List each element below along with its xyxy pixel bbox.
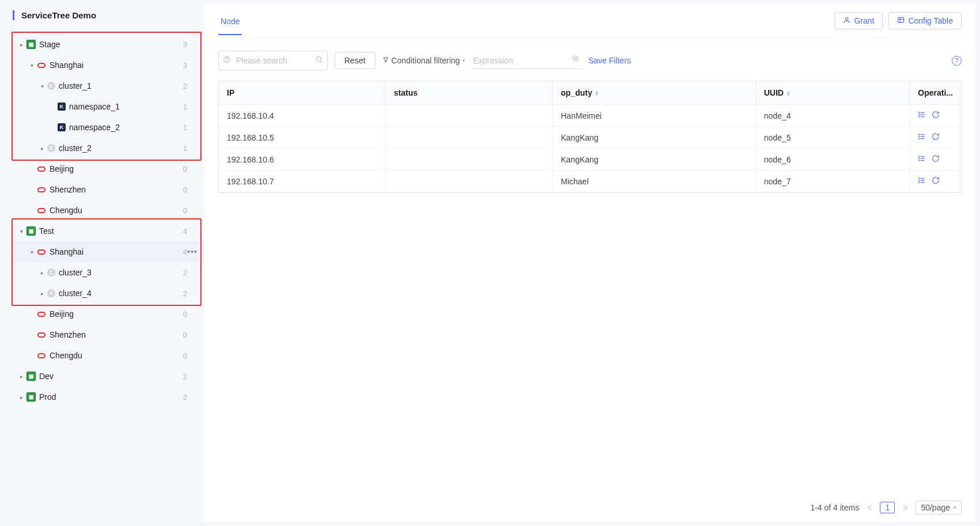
tree-node-shenzhen[interactable]: Shenzhen0 bbox=[13, 179, 204, 200]
tree-node-shanghai[interactable]: ▾Shanghai3 bbox=[13, 55, 204, 75]
cluster-icon: C bbox=[47, 144, 55, 152]
tree-node-stage[interactable]: ▸▦Stage3 bbox=[13, 34, 204, 55]
pager-page-1[interactable]: 1 bbox=[880, 502, 895, 513]
tree-node-namespace_1[interactable]: Knamespace_11 bbox=[13, 96, 204, 117]
tree-node-label: Chengdu bbox=[50, 206, 176, 215]
cell-ip: 192.168.10.6 bbox=[219, 149, 386, 171]
tree-node-label: Shenzhen bbox=[50, 330, 176, 339]
tree-node-count: 3 bbox=[176, 40, 187, 49]
tree-node-label: Shanghai bbox=[50, 60, 176, 70]
tree-node-label: Shanghai bbox=[50, 247, 176, 256]
table-row: 192.168.10.6KangKangnode_6 bbox=[219, 149, 961, 171]
tree-node-label: Shenzhen bbox=[50, 185, 176, 194]
conditional-filter-dropdown[interactable]: Conditional filtering ▾ bbox=[382, 56, 465, 65]
svg-point-15 bbox=[919, 116, 920, 117]
pager-next[interactable]: > bbox=[901, 502, 910, 513]
svg-point-27 bbox=[919, 160, 920, 161]
config-label: Config Table bbox=[908, 16, 953, 25]
svg-line-7 bbox=[320, 60, 322, 62]
tree-node-namespace_2[interactable]: Knamespace_21 bbox=[13, 117, 204, 138]
chevron-down-icon: ▾ bbox=[462, 58, 465, 63]
reset-button[interactable]: Reset bbox=[335, 52, 375, 69]
refresh-icon[interactable] bbox=[932, 154, 940, 164]
svg-point-6 bbox=[316, 56, 321, 61]
tree-node-label: Dev bbox=[39, 372, 176, 381]
search-icon[interactable] bbox=[315, 55, 323, 65]
caret-icon: ▸ bbox=[38, 145, 46, 152]
node-table: IPstatusop_duty▲▼UUID▲▼Operati... 192.16… bbox=[218, 81, 962, 193]
tree-node-cluster_4[interactable]: ▸Ccluster_42 bbox=[13, 283, 204, 304]
expression-input[interactable] bbox=[472, 52, 582, 69]
cell-status bbox=[386, 171, 553, 192]
region-icon bbox=[37, 351, 46, 360]
pager-size-select[interactable]: 50/page ▾ bbox=[916, 501, 962, 514]
main-panel: Node Grant Config Table bbox=[204, 3, 975, 521]
filter-icon bbox=[382, 56, 389, 65]
tree-node-beijing[interactable]: Beijing0 bbox=[13, 158, 204, 179]
tree-node-chengdu[interactable]: Chengdu0 bbox=[13, 345, 204, 366]
config-table-button[interactable]: Config Table bbox=[888, 12, 962, 29]
cell-uuid: node_4 bbox=[756, 105, 910, 127]
stage-icon: ▦ bbox=[26, 226, 36, 236]
list-icon[interactable] bbox=[918, 111, 926, 120]
col-opduty[interactable]: op_duty▲▼ bbox=[553, 81, 756, 105]
grant-label: Grant bbox=[854, 16, 874, 25]
svg-point-20 bbox=[919, 136, 920, 137]
tree-node-dev[interactable]: ▸▦Dev2 bbox=[13, 366, 204, 387]
cell-ops bbox=[910, 127, 961, 149]
cell-ip: 192.168.10.4 bbox=[219, 105, 386, 127]
region-icon bbox=[37, 206, 46, 215]
cell-ip: 192.168.10.5 bbox=[219, 127, 386, 149]
service-tree: ▸▦Stage3▾Shanghai3▾Ccluster_12Knamespace… bbox=[13, 34, 204, 407]
tree-node-cluster_3[interactable]: ▸Ccluster_32 bbox=[13, 262, 204, 283]
tree-node-label: cluster_1 bbox=[59, 81, 176, 90]
cluster-icon: C bbox=[47, 289, 55, 297]
tabs: Node bbox=[218, 6, 242, 35]
refresh-icon[interactable] bbox=[932, 111, 940, 120]
col-label: Operati... bbox=[918, 88, 953, 97]
cluster-icon: C bbox=[47, 82, 55, 90]
tree-node-prod[interactable]: ▸▦Prod2 bbox=[13, 387, 204, 407]
topbar: Node Grant Config Table bbox=[218, 3, 962, 38]
svg-point-14 bbox=[919, 114, 920, 115]
namespace-icon: K bbox=[58, 123, 66, 131]
caret-icon: ▾ bbox=[38, 83, 46, 89]
more-icon[interactable]: ••• bbox=[187, 247, 197, 256]
list-icon[interactable] bbox=[918, 154, 926, 164]
save-filters-link[interactable]: Save Filters bbox=[588, 56, 631, 65]
list-icon[interactable] bbox=[918, 176, 926, 186]
tree-node-cluster_1[interactable]: ▾Ccluster_12 bbox=[13, 75, 204, 96]
pager-size-label: 50/page bbox=[921, 503, 950, 512]
grant-button[interactable]: Grant bbox=[834, 12, 883, 29]
caret-icon: ▾ bbox=[17, 228, 25, 234]
tree-node-shanghai[interactable]: ▾Shanghai4••• bbox=[13, 241, 204, 262]
pager-prev[interactable]: < bbox=[865, 502, 874, 513]
tree-node-chengdu[interactable]: Chengdu0 bbox=[13, 200, 204, 221]
copy-icon[interactable] bbox=[572, 55, 579, 64]
refresh-icon[interactable] bbox=[932, 133, 940, 142]
caret-icon: ▸ bbox=[38, 290, 46, 297]
tree-node-shenzhen[interactable]: Shenzhen0 bbox=[13, 324, 204, 345]
svg-point-25 bbox=[919, 156, 920, 157]
list-icon[interactable] bbox=[918, 133, 926, 142]
tree-node-count: 0 bbox=[176, 186, 187, 194]
tree-node-count: 0 bbox=[176, 351, 187, 360]
tree-node-beijing[interactable]: Beijing0 bbox=[13, 304, 204, 324]
tree-node-count: 0 bbox=[176, 165, 187, 173]
help-icon[interactable]: ? bbox=[952, 56, 962, 66]
refresh-icon[interactable] bbox=[932, 176, 940, 186]
expression-wrap bbox=[472, 52, 582, 69]
col-uuid[interactable]: UUID▲▼ bbox=[756, 81, 910, 105]
table-icon bbox=[897, 16, 905, 25]
tab-node[interactable]: Node bbox=[218, 6, 242, 35]
cell-ops bbox=[910, 105, 961, 127]
tree-node-label: cluster_2 bbox=[59, 143, 176, 153]
col-label: IP bbox=[227, 88, 234, 97]
caret-icon: ▾ bbox=[28, 249, 36, 255]
tree-node-test[interactable]: ▾▦Test4 bbox=[13, 221, 204, 241]
tree-node-label: cluster_3 bbox=[59, 268, 176, 277]
namespace-icon: K bbox=[58, 103, 66, 111]
tree-node-cluster_2[interactable]: ▸Ccluster_21 bbox=[13, 138, 204, 158]
search-input[interactable] bbox=[218, 51, 328, 70]
tree-node-count: 4 bbox=[176, 248, 187, 256]
